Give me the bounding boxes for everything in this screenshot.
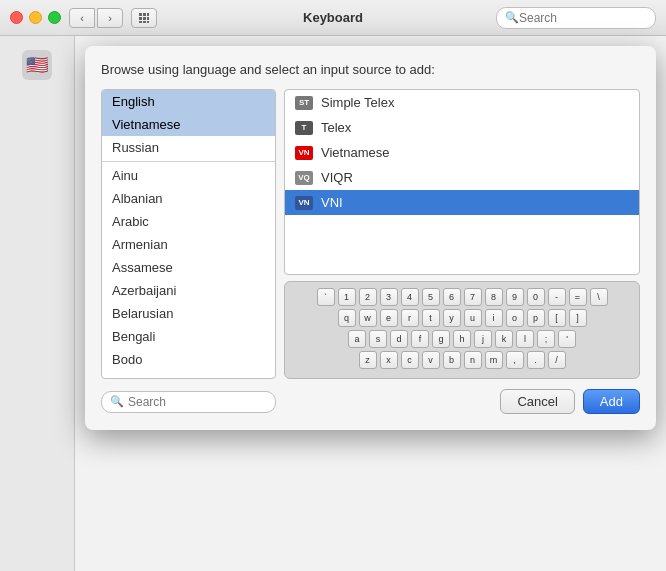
svg-rect-6: [139, 21, 142, 23]
keyboard-row-1: ` 1 2 3 4 5 6 7 8 9 0 - =: [291, 288, 633, 306]
source-list[interactable]: ST Simple Telex T Telex VN Vietnamese: [284, 89, 640, 275]
modal-search-field[interactable]: 🔍: [101, 391, 276, 413]
sidebar-item-us[interactable]: 🇺🇸: [0, 44, 74, 86]
modal-search-input[interactable]: [128, 395, 267, 409]
telex-icon: T: [295, 121, 313, 135]
key-j: j: [474, 330, 492, 348]
language-item-bengali[interactable]: Bengali: [102, 325, 275, 348]
keyboard-row-2: q w e r t y u i o p [ ]: [291, 309, 633, 327]
svg-rect-5: [147, 17, 149, 20]
key-slash: /: [548, 351, 566, 369]
key-l: l: [516, 330, 534, 348]
key-g: g: [432, 330, 450, 348]
titlebar-search-input[interactable]: [519, 11, 647, 25]
key-4: 4: [401, 288, 419, 306]
svg-rect-1: [143, 13, 146, 16]
back-button[interactable]: ‹: [69, 8, 95, 28]
language-item-ainu[interactable]: Ainu: [102, 164, 275, 187]
language-list[interactable]: English Vietnamese Russian Ainu Albanian…: [101, 89, 276, 379]
key-backtick: `: [317, 288, 335, 306]
us-flag-icon: 🇺🇸: [22, 50, 52, 80]
language-item-armenian[interactable]: Armenian: [102, 233, 275, 256]
key-rbracket: ]: [569, 309, 587, 327]
titlebar-search[interactable]: 🔍: [496, 7, 656, 29]
key-comma: ,: [506, 351, 524, 369]
source-label-telex: Telex: [321, 120, 351, 135]
keyboard-row-4: z x c v b n m , . /: [291, 351, 633, 369]
modal-bottom: 🔍 Cancel Add: [101, 389, 640, 414]
key-6: 6: [443, 288, 461, 306]
key-b: b: [443, 351, 461, 369]
svg-rect-4: [143, 17, 146, 20]
key-f: f: [411, 330, 429, 348]
vietnamese-source-icon: VN: [295, 146, 313, 160]
key-y: y: [443, 309, 461, 327]
svg-rect-0: [139, 13, 142, 16]
key-v: v: [422, 351, 440, 369]
language-item-vietnamese[interactable]: Vietnamese: [102, 113, 275, 136]
key-2: 2: [359, 288, 377, 306]
keyboard-preview: ` 1 2 3 4 5 6 7 8 9 0 - =: [284, 281, 640, 379]
key-d: d: [390, 330, 408, 348]
key-7: 7: [464, 288, 482, 306]
modal-title: Browse using language and select an inpu…: [101, 62, 640, 77]
source-item-vietnamese[interactable]: VN Vietnamese: [285, 140, 639, 165]
key-s: s: [369, 330, 387, 348]
viqr-icon: VQ: [295, 171, 313, 185]
grid-button[interactable]: [131, 8, 157, 28]
key-equals: =: [569, 288, 587, 306]
language-item-bodo[interactable]: Bodo: [102, 348, 275, 371]
key-x: x: [380, 351, 398, 369]
key-5: 5: [422, 288, 440, 306]
key-backslash2: \: [590, 288, 608, 306]
sidebar: 🇺🇸: [0, 36, 75, 571]
key-c: c: [401, 351, 419, 369]
cancel-button[interactable]: Cancel: [500, 389, 574, 414]
source-item-viqr[interactable]: VQ VIQR: [285, 165, 639, 190]
language-item-assamese[interactable]: Assamese: [102, 256, 275, 279]
language-item-azerbaijani[interactable]: Azerbaijani: [102, 279, 275, 302]
close-button[interactable]: [10, 11, 23, 24]
svg-rect-2: [147, 13, 149, 16]
svg-rect-3: [139, 17, 142, 20]
svg-rect-7: [143, 21, 146, 23]
key-w: w: [359, 309, 377, 327]
language-item-belarusian[interactable]: Belarusian: [102, 302, 275, 325]
source-label-simple-telex: Simple Telex: [321, 95, 394, 110]
key-semicolon: ;: [537, 330, 555, 348]
minimize-button[interactable]: [29, 11, 42, 24]
language-item-russian[interactable]: Russian: [102, 136, 275, 159]
svg-rect-8: [147, 21, 149, 23]
language-item-albanian[interactable]: Albanian: [102, 187, 275, 210]
source-item-telex[interactable]: T Telex: [285, 115, 639, 140]
forward-button[interactable]: ›: [97, 8, 123, 28]
fullscreen-button[interactable]: [48, 11, 61, 24]
keyboard-row-3: a s d f g h j k l ; ': [291, 330, 633, 348]
add-button[interactable]: Add: [583, 389, 640, 414]
vni-icon: VN: [295, 196, 313, 210]
key-n: n: [464, 351, 482, 369]
source-item-simple-telex[interactable]: ST Simple Telex: [285, 90, 639, 115]
key-0: 0: [527, 288, 545, 306]
source-label-vni: VNI: [321, 195, 343, 210]
key-a: a: [348, 330, 366, 348]
grid-icon: [138, 12, 150, 24]
modal-search-icon: 🔍: [110, 395, 124, 408]
key-m: m: [485, 351, 503, 369]
key-r: r: [401, 309, 419, 327]
source-item-vni[interactable]: VN VNI: [285, 190, 639, 215]
nav-buttons: ‹ ›: [69, 8, 123, 28]
key-k: k: [495, 330, 513, 348]
key-q: q: [338, 309, 356, 327]
source-label-viqr: VIQR: [321, 170, 353, 185]
key-period: .: [527, 351, 545, 369]
language-item-arabic[interactable]: Arabic: [102, 210, 275, 233]
titlebar: ‹ › Keyboard 🔍: [0, 0, 666, 36]
dialog-area: Browse using language and select an inpu…: [75, 36, 666, 571]
add-input-source-modal: Browse using language and select an inpu…: [85, 46, 656, 430]
key-e: e: [380, 309, 398, 327]
key-9: 9: [506, 288, 524, 306]
language-item-english[interactable]: English: [102, 90, 275, 113]
key-i: i: [485, 309, 503, 327]
key-lbracket: [: [548, 309, 566, 327]
